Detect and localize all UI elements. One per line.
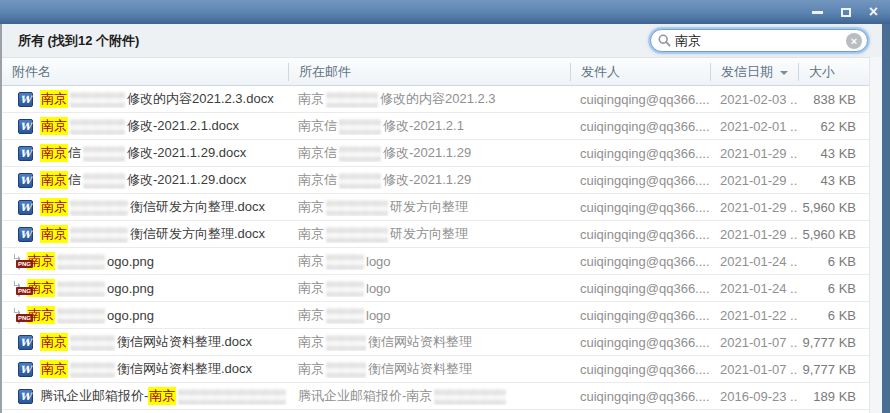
attachment-row[interactable]: W 南京 信 修改-2021.1.29.docx 南京信 修改-2021.1.2… (2, 140, 869, 167)
sender-cell: cuiqingqing@qq366.... (570, 335, 710, 350)
search-keyword-highlight: 南京 (40, 225, 68, 243)
date-cell: 2021-01-29 ... (710, 146, 798, 161)
search-keyword-highlight: 南京 (40, 333, 68, 351)
word-file-icon: W (18, 92, 33, 107)
column-header-attachment-name[interactable]: 附件名 (2, 63, 288, 81)
mail-subject-cell: 南京 研发方向整理 (288, 225, 570, 243)
mail-subject-cell: 腾讯企业邮箱报价-南京 (288, 387, 570, 405)
redacted-blur (57, 253, 105, 270)
attachments-table: 附件名 所在邮件 发件人 发信日期 大小 (2, 57, 869, 413)
minimize-button[interactable] (812, 4, 823, 20)
attachment-name-cell: W 南京 修改-2021.2.1.docx (2, 117, 288, 135)
attachment-name-cell: W 腾讯企业邮箱报价- 南京 (2, 387, 288, 405)
sender-cell: cuiqingqing@qq366.... (570, 92, 710, 107)
date-cell: 2021-01-07 ... (710, 362, 798, 377)
search-keyword-highlight: 南京 (40, 90, 68, 108)
sender-cell: cuiqingqing@qq366.... (570, 200, 710, 215)
redacted-blur (57, 280, 105, 297)
redacted-blur (326, 91, 378, 108)
maximize-button[interactable] (841, 4, 851, 20)
redacted-blur (57, 307, 105, 324)
attachment-name-cell: W 南京 衡信研发方向整理.docx (2, 198, 288, 216)
mail-subject-cell: 南京 logo (288, 252, 570, 270)
table-body: W 南京 修改的内容2021.2.3.docx 南京 修改的内容2021.2.3… (2, 86, 869, 413)
sender-cell: cuiqingqing@qq366.... (570, 146, 710, 161)
redacted-blur (70, 226, 128, 243)
redacted-blur (83, 172, 125, 189)
date-cell: 2016-09-23 ... (710, 389, 798, 404)
size-cell: 9,777 KB (798, 335, 869, 350)
redacted-blur (70, 334, 115, 351)
redacted-blur (326, 361, 366, 378)
sort-caret-icon (780, 71, 788, 75)
attachment-row[interactable]: W 南京 衡信研发方向整理.docx 南京 研发方向整理 cuiqingqing… (2, 221, 869, 248)
table-header: 附件名 所在邮件 发件人 发信日期 大小 (2, 57, 869, 86)
redacted-blur (326, 307, 364, 324)
attachment-row[interactable]: W 南京 修改-2021.2.1.docx 南京信 修改-2021.2.1 cu… (2, 113, 869, 140)
column-header-size[interactable]: 大小 (798, 63, 869, 81)
date-cell: 2021-01-29 ... (710, 200, 798, 215)
search-keyword-highlight: 南京 (40, 198, 68, 216)
attachment-row[interactable]: W 南京 衡信研发方向整理.docx 南京 研发方向整理 cuiqingqing… (2, 194, 869, 221)
size-cell: 9,777 KB (798, 362, 869, 377)
attachment-name-cell: PNG 南京 ogo.png (2, 279, 288, 297)
search-box[interactable]: × (650, 29, 868, 52)
sender-cell: cuiqingqing@qq366.... (570, 254, 710, 269)
sender-cell: cuiqingqing@qq366.... (570, 389, 710, 404)
size-cell: 5,960 KB (798, 200, 869, 215)
attachment-name-cell: W 南京 衡信网站资料整理.docx (2, 333, 288, 351)
search-keyword-highlight: 南京 (148, 387, 176, 405)
scrollbar-track[interactable] (869, 57, 882, 413)
sender-cell: cuiqingqing@qq366.... (570, 227, 710, 242)
word-file-icon: W (18, 173, 33, 188)
mail-subject-cell: 南京信 修改-2021.1.29 (288, 171, 570, 189)
attachment-row[interactable]: W 南京 修改的内容2021.2.3.docx 南京 修改的内容2021.2.3… (2, 86, 869, 113)
redacted-blur (178, 388, 286, 405)
attachment-name-cell: PNG 南京 ogo.png (2, 306, 288, 324)
toolbar: 所有 (找到12 个附件) × (2, 24, 882, 57)
size-cell: 43 KB (798, 146, 869, 161)
redacted-blur (434, 388, 506, 405)
redacted-blur (339, 172, 381, 189)
word-file-icon: W (18, 389, 33, 404)
size-cell: 43 KB (798, 173, 869, 188)
sender-cell: cuiqingqing@qq366.... (570, 281, 710, 296)
mail-subject-cell: 南京 logo (288, 279, 570, 297)
word-file-icon: W (18, 227, 33, 242)
redacted-blur (326, 334, 366, 351)
attachment-row[interactable]: W 腾讯企业邮箱报价- 南京 腾讯企业邮箱报价-南京 cuiqingqing@q… (2, 383, 869, 410)
date-cell: 2021-02-03 ... (710, 92, 798, 107)
clear-search-icon[interactable]: × (846, 33, 862, 49)
mail-subject-cell: 南京信 修改-2021.2.1 (288, 117, 570, 135)
size-cell: 62 KB (798, 119, 869, 134)
window-body: 所有 (找到12 个附件) × 附件名 所在邮件 (0, 24, 890, 413)
png-file-icon: PNG (18, 281, 20, 296)
redacted-blur (326, 199, 388, 216)
date-cell: 2021-01-24 ... (710, 281, 798, 296)
attachment-row[interactable]: PNG 南京 ogo.png 南京 logo cuiqingqing@qq366… (2, 275, 869, 302)
close-button[interactable]: × (869, 4, 878, 20)
redacted-blur (70, 361, 115, 378)
title-bar: × (0, 0, 890, 24)
search-input[interactable] (671, 33, 846, 48)
date-cell: 2021-01-24 ... (710, 254, 798, 269)
date-cell: 2021-01-29 ... (710, 227, 798, 242)
attachment-name-cell: W 南京 信 修改-2021.1.29.docx (2, 171, 288, 189)
column-header-date[interactable]: 发信日期 (710, 63, 798, 81)
mail-subject-cell: 南京 衡信网站资料整理 (288, 360, 570, 378)
attachment-row[interactable]: PNG 南京 ogo.png 南京 logo cuiqingqing@qq366… (2, 302, 869, 329)
size-cell: 6 KB (798, 254, 869, 269)
sender-cell: cuiqingqing@qq366.... (570, 119, 710, 134)
attachment-row[interactable]: W 南京 信 修改-2021.1.29.docx 南京信 修改-2021.1.2… (2, 167, 869, 194)
attachment-row[interactable]: W 南京 衡信网站资料整理.docx 南京 衡信网站资料整理 cuiqingqi… (2, 329, 869, 356)
png-file-icon: PNG (18, 254, 20, 269)
column-header-mail[interactable]: 所在邮件 (288, 63, 570, 81)
attachment-name-cell: PNG 南京 ogo.png (2, 252, 288, 270)
redacted-blur (70, 91, 125, 108)
column-header-sender[interactable]: 发件人 (570, 63, 710, 81)
attachment-name-cell: W 南京 信 修改-2021.1.29.docx (2, 144, 288, 162)
attachment-row[interactable]: PNG 南京 ogo.png 南京 logo cuiqingqing@qq366… (2, 248, 869, 275)
date-cell: 2021-01-22 ... (710, 308, 798, 323)
attachment-row[interactable]: W 南京 衡信网站资料整理.docx 南京 衡信网站资料整理 cuiqingqi… (2, 356, 869, 383)
word-file-icon: W (18, 119, 33, 134)
